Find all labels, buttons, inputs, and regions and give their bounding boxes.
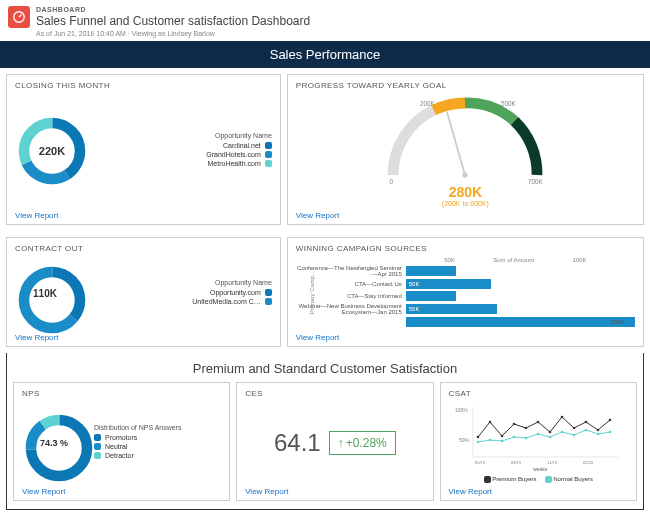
card-csat: CSAT 100% 50% 05/19 08/19 11/19 02/20 we… [440, 382, 637, 501]
view-report-link[interactable]: View Report [296, 211, 635, 220]
svg-point-19 [489, 421, 492, 424]
svg-point-34 [525, 437, 528, 440]
svg-point-37 [561, 431, 564, 434]
svg-text:100%: 100% [455, 407, 468, 413]
legend-item: Premium Buyers [484, 476, 537, 483]
section-customer-satisfaction: Premium and Standard Customer Satisfacti… [13, 353, 637, 382]
svg-text:200K: 200K [420, 100, 436, 107]
view-report-link[interactable]: View Report [15, 211, 272, 220]
svg-text:11/19: 11/19 [547, 460, 558, 465]
svg-text:700K: 700K [528, 178, 544, 184]
dashboard-icon [8, 6, 30, 28]
card-progress-goal: PROGRESS TOWARD YEARLY GOAL 0 200K 500K … [287, 74, 644, 225]
svg-point-23 [537, 421, 540, 424]
legend-item: Promotors [105, 434, 137, 441]
svg-point-32 [501, 440, 504, 443]
card-title: NPS [22, 389, 221, 398]
card-campaign-sources: WINNING CAMPAIGN SOURCES Primary Camp… 5… [287, 237, 644, 347]
legend-item: Opportunity.com [210, 289, 261, 296]
card-title: PROGRESS TOWARD YEARLY GOAL [296, 81, 635, 90]
card-title: CONTRACT OUT [15, 244, 272, 253]
svg-point-36 [549, 436, 552, 439]
donut-contract: 110K [15, 263, 75, 323]
header-meta: As of Jun 21, 2016 10:40 AM · Viewing as… [36, 30, 310, 37]
svg-point-27 [585, 421, 588, 424]
svg-point-40 [597, 433, 600, 436]
svg-point-22 [525, 427, 528, 430]
card-ces: CES 64.1 ↑ +0.28% View Report [236, 382, 433, 501]
gauge-value: 280K [296, 184, 635, 200]
card-contract-out: CONTRACT OUT 110K Opportunity Name Oppor… [6, 237, 281, 347]
svg-point-25 [561, 416, 564, 419]
legend-item: Normal Buyers [545, 476, 593, 483]
view-report-link[interactable]: View Report [245, 487, 424, 496]
legend-item: Cardinal.net [223, 142, 261, 149]
legend-item: UnitedMedia.com C… [192, 298, 260, 305]
section-sales-performance: Sales Performance [0, 41, 650, 68]
legend-item: Detractor [105, 452, 134, 459]
donut-value: 110K [15, 263, 75, 323]
arrow-up-icon: ↑ [338, 436, 344, 450]
legend-title: Distribution of NPS Answers [94, 424, 221, 431]
svg-point-35 [537, 433, 540, 436]
card-title: CLOSING THIS MONTH [15, 81, 272, 90]
svg-text:500K: 500K [501, 100, 517, 107]
card-closing-this-month: CLOSING THIS MONTH 220K Opportunity Name… [6, 74, 281, 225]
legend-item: MetroHealth.com [207, 160, 260, 167]
hbar-chart: 50KSum of Amount100K Conference—The Newf… [296, 257, 635, 329]
svg-text:weeks: weeks [533, 466, 548, 472]
card-title: CSAT [449, 389, 628, 398]
svg-text:02/20: 02/20 [583, 460, 594, 465]
view-report-link[interactable]: View Report [449, 487, 628, 496]
header-kicker: DASHBOARD [36, 6, 310, 13]
view-report-link[interactable]: View Report [22, 487, 221, 496]
svg-point-39 [585, 429, 588, 432]
legend-title: Opportunity Name [97, 132, 272, 139]
y-axis-label: Primary Camp… [309, 270, 315, 314]
svg-text:08/19: 08/19 [511, 460, 522, 465]
svg-point-31 [489, 439, 492, 442]
gauge-chart: 0 200K 500K 700K 280K (200K to 600K) [296, 94, 635, 207]
svg-point-21 [513, 423, 516, 426]
donut-value: 220K [15, 114, 89, 188]
dashboard-header: DASHBOARD Sales Funnel and Customer sati… [0, 0, 650, 41]
svg-point-41 [609, 431, 612, 434]
svg-point-26 [573, 427, 576, 430]
donut-value: 74.3 % [22, 411, 86, 475]
svg-point-29 [609, 419, 612, 422]
svg-point-20 [501, 435, 504, 438]
svg-point-24 [549, 431, 552, 434]
legend-title: Opportunity Name [83, 279, 272, 286]
view-report-link[interactable]: View Report [296, 333, 635, 342]
svg-text:0: 0 [390, 178, 394, 184]
donut-nps: 74.3 % [22, 411, 86, 475]
svg-point-28 [597, 429, 600, 432]
donut-closing: 220K [15, 114, 89, 188]
svg-text:50%: 50% [459, 437, 470, 443]
page-title: Sales Funnel and Customer satisfaction D… [36, 14, 310, 28]
svg-point-38 [573, 434, 576, 437]
ces-delta: ↑ +0.28% [329, 431, 396, 455]
ces-value: 64.1 [274, 429, 321, 457]
line-chart: 100% 50% 05/19 08/19 11/19 02/20 weeks P… [449, 402, 628, 483]
legend-item: Neutral [105, 443, 128, 450]
card-title: CES [245, 389, 424, 398]
legend-item: GrandHotels.com [206, 151, 260, 158]
svg-point-33 [513, 436, 516, 439]
svg-point-8 [463, 172, 468, 177]
card-nps: NPS 74.3 % Distribution of NPS Answers P… [13, 382, 230, 501]
svg-text:05/19: 05/19 [475, 460, 486, 465]
svg-point-30 [477, 441, 480, 444]
svg-point-18 [477, 436, 480, 439]
card-title: WINNING CAMPAIGN SOURCES [296, 244, 635, 253]
gauge-subtitle: (200K to 600K) [296, 200, 635, 207]
